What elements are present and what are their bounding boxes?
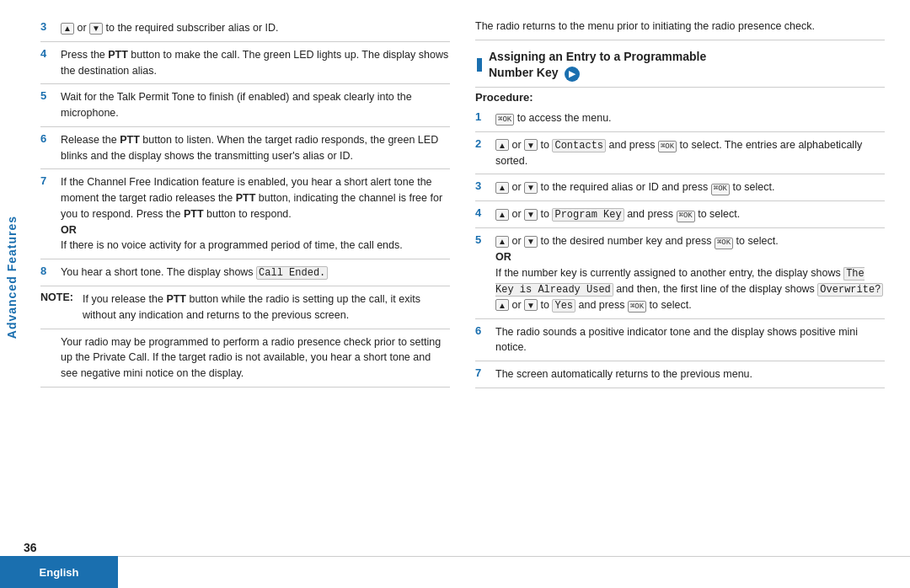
section-heading: Assigning an Entry to a Programmable Num… xyxy=(475,49,885,82)
r-arrow-down-4: ▼ xyxy=(524,209,538,221)
step-num-4: 4 xyxy=(40,47,54,60)
step-text-8: You hear a short tone. The display shows… xyxy=(61,265,328,281)
note-block: NOTE: If you release the PTT button whil… xyxy=(40,286,450,329)
step-6: 6 Release the PTT button to listen. When… xyxy=(40,127,450,170)
r-step-text-3: ▲ or ▼ to the required alias or ID and p… xyxy=(495,179,774,195)
r-step-2: 2 ▲ or ▼ to Contacts and press ⌘OK to se… xyxy=(475,132,885,175)
yes-mono: Yes xyxy=(552,299,575,313)
r-arrow-down-2: ▼ xyxy=(524,139,538,151)
r-step-num-6: 6 xyxy=(475,324,489,337)
side-label-text: Advanced Features xyxy=(5,216,19,339)
step-5: 5 Wait for the Talk Permit Tone to finis… xyxy=(40,84,450,127)
key-used-mono: The Key is Already Used xyxy=(495,267,864,297)
right-column: The radio returns to the menu prior to i… xyxy=(475,15,885,388)
main-content: 3 ▲ or ▼ to the required subscriber alia… xyxy=(24,0,910,430)
r-arrow-down-3: ▼ xyxy=(524,182,538,194)
ok-btn-2: ⌘OK xyxy=(658,141,677,152)
r-arrow-up-2: ▲ xyxy=(495,139,509,151)
step-text-5: Wait for the Talk Permit Tone to finish … xyxy=(61,89,450,121)
overwrite-mono: Overwrite? xyxy=(817,283,883,297)
left-column: 3 ▲ or ▼ to the required subscriber alia… xyxy=(40,15,450,388)
r-arrow-up-4: ▲ xyxy=(495,209,509,221)
r-arrow-up-5b: ▲ xyxy=(495,299,509,311)
step-3: 3 ▲ or ▼ to the required subscriber alia… xyxy=(40,15,450,42)
step-4: 4 Press the PTT button to make the call.… xyxy=(40,42,450,85)
r-step-text-4: ▲ or ▼ to Program Key and press ⌘OK to s… xyxy=(495,206,740,222)
r-step-6: 6 The radio sounds a positive indicator … xyxy=(475,319,885,362)
r-step-num-1: 1 xyxy=(475,110,489,123)
english-tab[interactable]: English xyxy=(0,556,118,588)
section-icon-circle: ▶ xyxy=(565,67,580,82)
r-step-3: 3 ▲ or ▼ to the required alias or ID and… xyxy=(475,174,885,201)
r-step-7: 7 The screen automatically returns to th… xyxy=(475,361,885,388)
step-text-7: If the Channel Free Indication feature i… xyxy=(61,174,450,254)
section-heading-text: Assigning an Entry to a Programmable Num… xyxy=(489,49,706,82)
r-step-text-5: ▲ or ▼ to the desired number key and pre… xyxy=(495,233,885,313)
r-arrow-down-5: ▼ xyxy=(524,236,538,248)
step-num-7: 7 xyxy=(40,174,54,187)
ok-btn-1: ⌘OK xyxy=(495,114,514,126)
ok-btn-3: ⌘OK xyxy=(711,184,730,195)
bottom-bar: English xyxy=(0,556,910,588)
ok-btn-4: ⌘OK xyxy=(677,211,695,222)
r-step-1: 1 ⌘OK to access the menu. xyxy=(475,105,885,132)
page-number: 36 xyxy=(24,541,37,556)
right-intro: The radio returns to the menu prior to i… xyxy=(475,15,885,40)
step-text-3: ▲ or ▼ to the required subscriber alias … xyxy=(61,20,279,36)
step-num-8: 8 xyxy=(40,265,54,277)
ok-btn-5: ⌘OK xyxy=(715,238,733,249)
r-step-num-7: 7 xyxy=(475,366,489,379)
r-arrow-up-5: ▲ xyxy=(495,236,509,248)
contacts-mono: Contacts xyxy=(552,139,606,152)
r-step-text-1: ⌘OK to access the menu. xyxy=(495,110,612,126)
r-step-4: 4 ▲ or ▼ to Program Key and press ⌘OK to… xyxy=(475,201,885,228)
r-arrow-down-5b: ▼ xyxy=(524,299,538,311)
step-num-6: 6 xyxy=(40,132,54,145)
step-7: 7 If the Channel Free Indication feature… xyxy=(40,169,450,259)
section-heading-block: Assigning an Entry to a Programmable Num… xyxy=(475,40,885,88)
call-ended-mono: Call Ended. xyxy=(256,266,328,280)
step-text-6: Release the PTT button to listen. When t… xyxy=(61,132,450,164)
r-step-text-7: The screen automatically returns to the … xyxy=(495,366,752,382)
program-key-mono: Program Key xyxy=(552,208,624,222)
r-step-5: 5 ▲ or ▼ to the desired number key and p… xyxy=(475,228,885,319)
r-step-num-3: 3 xyxy=(475,179,489,192)
r-step-num-4: 4 xyxy=(475,206,489,219)
para-block: Your radio may be programmed to perform … xyxy=(40,329,450,388)
procedure-label: Procedure: xyxy=(475,91,885,104)
r-step-num-2: 2 xyxy=(475,137,489,150)
step-num-5: 5 xyxy=(40,89,54,102)
step-8: 8 You hear a short tone. The display sho… xyxy=(40,259,450,286)
side-label: Advanced Features xyxy=(0,0,24,554)
r-step-num-5: 5 xyxy=(475,233,489,246)
bottom-right xyxy=(118,556,910,588)
ok-btn-5b: ⌘OK xyxy=(628,301,646,313)
r-arrow-up-3: ▲ xyxy=(495,182,509,194)
note-label: NOTE: xyxy=(40,291,76,323)
note-text: If you release the PTT button while the … xyxy=(83,291,450,323)
step-num-3: 3 xyxy=(40,20,54,33)
step-text-4: Press the PTT button to make the call. T… xyxy=(61,47,450,79)
r-step-text-6: The radio sounds a positive indicator to… xyxy=(495,324,885,356)
section-heading-icon xyxy=(477,58,482,72)
r-step-text-2: ▲ or ▼ to Contacts and press ⌘OK to sele… xyxy=(495,137,885,169)
arrow-down-icon: ▼ xyxy=(89,23,103,35)
arrow-up-icon: ▲ xyxy=(61,23,74,35)
